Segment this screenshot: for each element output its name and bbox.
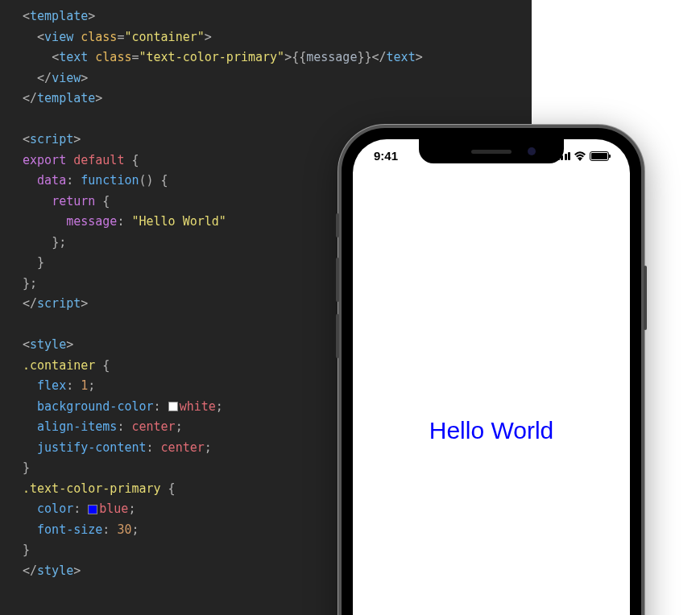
app-content-area: Hello World: [353, 139, 630, 615]
code-line: <view class="container">: [23, 27, 509, 48]
code-line: </template>: [23, 89, 509, 109]
color-swatch-white-icon: [168, 402, 178, 411]
phone-screen[interactable]: 9:41 Hello World: [353, 139, 630, 615]
phone-volume-up-icon: [336, 258, 339, 302]
phone-volume-down-icon: [336, 314, 339, 358]
code-line: <template>: [23, 6, 509, 27]
code-line: </view>: [23, 68, 509, 89]
phone-simulator: 9:41 Hello World: [338, 125, 677, 615]
phone-mute-switch-icon: [336, 213, 339, 237]
color-swatch-blue-icon: [88, 505, 97, 514]
phone-outer-frame: 9:41 Hello World: [338, 125, 644, 615]
phone-power-button-icon: [644, 266, 647, 330]
code-line: <text class="text-color-primary">{{messa…: [23, 47, 509, 68]
hello-world-text: Hello World: [429, 417, 554, 444]
phone-bezel: 9:41 Hello World: [342, 128, 641, 615]
